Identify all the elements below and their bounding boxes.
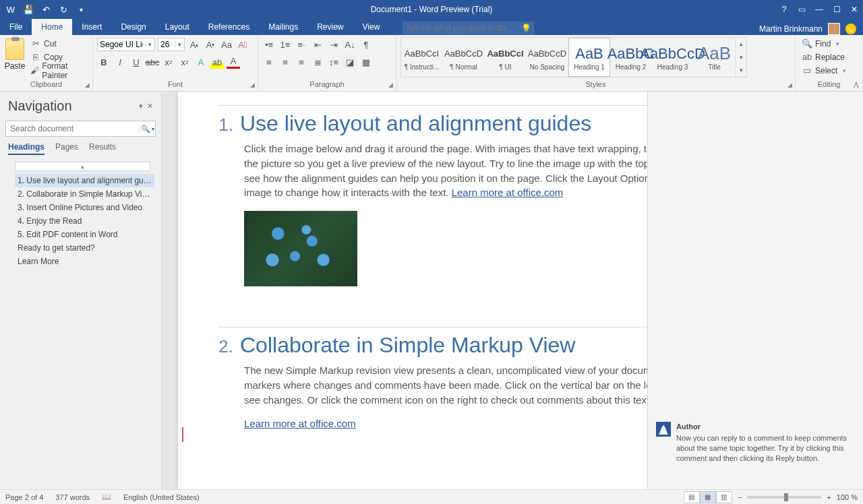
font-size-box[interactable]: ▾ [158,38,185,51]
highlight-icon[interactable]: ab [210,55,224,69]
maximize-icon[interactable]: ☐ [828,0,845,19]
ribbon-options-icon[interactable]: ▭ [793,0,810,19]
underline-icon[interactable]: U [129,55,143,69]
style-item[interactable]: AaBbCcDHeading 3 [652,38,694,77]
paragraph-launcher-icon[interactable]: ◢ [388,82,393,88]
tell-me-box[interactable]: 💡 [403,22,534,35]
style-item[interactable]: AaBHeading 1 [568,38,610,77]
collapse-ribbon-icon[interactable]: ᐱ [854,81,859,90]
web-layout-icon[interactable]: ▥ [716,491,732,503]
minimize-icon[interactable]: — [810,0,828,19]
clipboard-launcher-icon[interactable]: ◢ [85,82,90,88]
nav-close-icon[interactable]: ✕ [147,102,153,111]
nav-dropdown-icon[interactable]: ▾ [139,102,143,111]
nav-tab-pages[interactable]: Pages [55,142,78,155]
nav-heading-item[interactable]: Ready to get started? [15,241,154,255]
redo-icon[interactable]: ↻ [58,4,69,15]
show-marks-icon[interactable]: ¶ [359,38,373,51]
style-item[interactable]: AaBbCcDNo Spacing [527,38,568,77]
nav-tab-headings[interactable]: Headings [8,142,44,155]
font-color-icon[interactable]: A [227,55,240,69]
align-center-icon[interactable]: ≡ [278,55,292,69]
tab-insert[interactable]: Insert [72,19,111,35]
sort-icon[interactable]: A↓ [343,38,357,51]
styles-gallery[interactable]: AaBbCcI¶ Instructi...AaBbCcD¶ NormalAaBb… [400,37,747,77]
tell-me-input[interactable] [405,24,521,33]
user-name[interactable]: Martin Brinkmann [759,24,823,34]
chevron-down-icon[interactable]: ▾ [152,126,154,132]
replace-button[interactable]: abReplace [800,51,848,63]
comment[interactable]: Author Now you can reply to a comment to… [656,422,854,463]
gallery-down-icon[interactable]: ▾ [736,51,746,64]
nav-search[interactable]: 🔍▾ [5,121,156,137]
undo-icon[interactable]: ↶ [40,4,51,15]
numbering-icon[interactable]: 1≡ [278,38,292,51]
format-painter-button[interactable]: 🖌Format Painter [28,64,88,77]
nav-heading-item[interactable]: Learn More [15,255,154,268]
nav-search-input[interactable] [6,124,139,133]
style-item[interactable]: AaBbCcI¶ UI [485,38,527,77]
nav-heading-item[interactable]: 1. Use live layout and alignment gui... [15,174,154,187]
align-left-icon[interactable]: ≡ [262,55,276,69]
font-name-box[interactable]: ▾ [97,38,155,51]
style-item[interactable]: AaBTitle [694,38,736,77]
chevron-down-icon[interactable]: ▾ [145,41,154,48]
bullets-icon[interactable]: •≡ [262,38,276,51]
tab-design[interactable]: Design [111,19,155,35]
tab-view[interactable]: View [353,19,390,35]
subscript-icon[interactable]: x2 [162,55,175,69]
content-image[interactable] [244,211,357,286]
align-right-icon[interactable]: ≡ [295,55,308,69]
status-language[interactable]: English (United States) [123,493,200,501]
increase-indent-icon[interactable]: ⇥ [327,38,340,51]
nav-tab-results[interactable]: Results [89,142,116,155]
superscript-icon[interactable]: x2 [178,55,191,69]
tab-references[interactable]: References [199,19,259,35]
zoom-in-icon[interactable]: + [827,493,831,501]
learn-more-link[interactable]: Learn more at office.com [452,187,564,198]
tab-layout[interactable]: Layout [156,19,199,35]
text-effects-icon[interactable]: A [194,55,208,69]
find-button[interactable]: 🔍Find▾ [800,37,848,50]
nav-jump-top[interactable]: ▴ [15,162,150,171]
close-icon[interactable]: ✕ [845,0,863,19]
multilevel-icon[interactable]: ≡· [295,38,308,51]
bold-icon[interactable]: B [97,55,111,69]
change-case-icon[interactable]: Aa [220,38,233,51]
clear-formatting-icon[interactable]: A⃠ [236,38,249,51]
paste-button[interactable]: Paste [4,37,26,71]
select-button[interactable]: ▭Select▾ [800,64,848,77]
styles-launcher-icon[interactable]: ◢ [787,82,792,88]
borders-icon[interactable]: ▦ [359,55,373,69]
justify-icon[interactable]: ≣ [311,55,324,69]
cut-button[interactable]: ✂Cut [28,37,88,50]
shrink-font-icon[interactable]: A▾ [204,38,217,51]
style-item[interactable]: AaBbCcD¶ Normal [443,38,485,77]
decrease-indent-icon[interactable]: ⇤ [311,38,324,51]
revision-mark[interactable] [182,427,183,442]
nav-heading-item[interactable]: 5. Edit PDF content in Word [15,228,154,241]
tab-review[interactable]: Review [307,19,353,35]
chevron-down-icon[interactable]: ▾ [175,41,184,48]
font-launcher-icon[interactable]: ◢ [250,82,255,88]
grow-font-icon[interactable]: A▴ [187,38,201,51]
learn-more-link[interactable]: Learn more at office.com [244,418,356,429]
zoom-slider[interactable] [747,496,821,499]
document-area[interactable]: 1. Use live layout and alignment guides … [162,92,863,489]
gallery-up-icon[interactable]: ▴ [736,38,746,51]
print-layout-icon[interactable]: ▦ [700,491,716,503]
gallery-more-icon[interactable]: ▾ [736,64,746,77]
line-spacing-icon[interactable]: ↕≡ [327,55,340,69]
feedback-icon[interactable]: ☺ [845,24,856,34]
tab-home[interactable]: Home [32,19,72,35]
save-icon[interactable]: 💾 [23,4,34,15]
italic-icon[interactable]: I [113,55,127,69]
zoom-level[interactable]: 100 % [837,493,858,501]
nav-heading-item[interactable]: 4. Enjoy the Read [15,214,154,228]
help-icon[interactable]: ? [775,0,793,19]
qat-customize-icon[interactable]: ▾ [76,4,86,15]
user-avatar[interactable] [828,23,840,35]
nav-heading-item[interactable]: 3. Insert Online Pictures and Video [15,201,154,214]
strikethrough-icon[interactable]: abc [146,55,159,69]
tab-mailings[interactable]: Mailings [259,19,307,35]
